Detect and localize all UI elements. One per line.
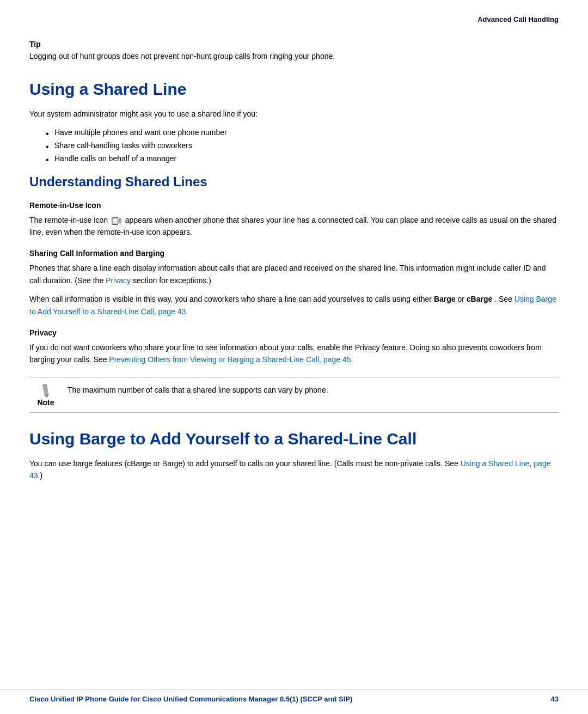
tip-section: Tip Logging out of hunt groups does not … xyxy=(29,40,559,62)
section1-heading: Using a Shared Line xyxy=(29,80,559,99)
section3-text2: .) xyxy=(38,471,43,480)
list-item: Have multiple phones and want one phone … xyxy=(46,126,559,139)
section1-intro: Your system administrator might ask you … xyxy=(29,108,559,120)
sharing-text-para2: When call information is visible in this… xyxy=(29,293,559,318)
subsection-privacy-heading: Privacy xyxy=(29,328,559,337)
page-container: Advanced Call Handling Tip Logging out o… xyxy=(0,0,588,714)
privacy-text2: . xyxy=(351,355,353,364)
cbarge-bold: cBarge xyxy=(467,295,492,303)
remote-in-use-icon xyxy=(111,216,122,225)
note-text: The maximum number of calls that a share… xyxy=(68,383,559,396)
note-label: Note xyxy=(37,398,54,407)
content-area: Tip Logging out of hunt groups does not … xyxy=(0,29,588,499)
list-item: Share call-handling tasks with coworkers xyxy=(46,139,559,152)
sharing-text2: section for exceptions.) xyxy=(133,276,211,285)
page-header: Advanced Call Handling xyxy=(0,0,588,29)
list-item: Handle calls on behalf of a manager xyxy=(46,152,559,166)
privacy-text: If you do not want coworkers who share y… xyxy=(29,341,559,366)
section3-text: You can use barge features (cBarge or Ba… xyxy=(29,457,559,482)
remote-in-use-text2: appears when another phone that shares y… xyxy=(29,216,556,236)
sharing-text3: When call information is visible in this… xyxy=(29,295,432,303)
privacy-link[interactable]: Privacy xyxy=(106,276,131,285)
section2-heading: Understanding Shared Lines xyxy=(29,174,559,190)
barge-bold: Barge xyxy=(434,295,456,303)
preventing-others-link[interactable]: Preventing Others from Viewing or Bargin… xyxy=(109,355,351,364)
tip-text: Logging out of hunt groups does not prev… xyxy=(29,51,559,62)
header-title: Advanced Call Handling xyxy=(477,15,559,23)
remote-in-use-text1: The remote-in-use icon xyxy=(29,216,108,224)
section3-text1: You can use barge features (cBarge or Ba… xyxy=(29,459,458,468)
tip-label: Tip xyxy=(29,40,559,48)
sharing-text5: . See xyxy=(494,295,512,303)
svg-rect-0 xyxy=(112,217,118,224)
section3-heading: Using Barge to Add Yourself to a Shared-… xyxy=(29,429,559,449)
remote-in-use-text: The remote-in-use icon appears when anot… xyxy=(29,214,559,239)
note-pencil-icon xyxy=(38,383,53,398)
sharing-text-para1: Phones that share a line each display in… xyxy=(29,262,559,286)
subsection-remote-in-use-heading: Remote-in-Use Icon xyxy=(29,201,559,210)
footer-page-number: 43 xyxy=(551,695,559,703)
sharing-text4: or xyxy=(457,295,464,303)
note-icon-area: Note xyxy=(29,383,68,407)
footer-text: Cisco Unified IP Phone Guide for Cisco U… xyxy=(29,695,352,703)
note-container: Note The maximum number of calls that a … xyxy=(29,377,559,413)
sharing-text6: . xyxy=(186,307,188,316)
subsection-sharing-heading: Sharing Call Information and Barging xyxy=(29,249,559,258)
page-footer: Cisco Unified IP Phone Guide for Cisco U… xyxy=(0,689,588,703)
section1-bullet-list: Have multiple phones and want one phone … xyxy=(46,126,559,165)
